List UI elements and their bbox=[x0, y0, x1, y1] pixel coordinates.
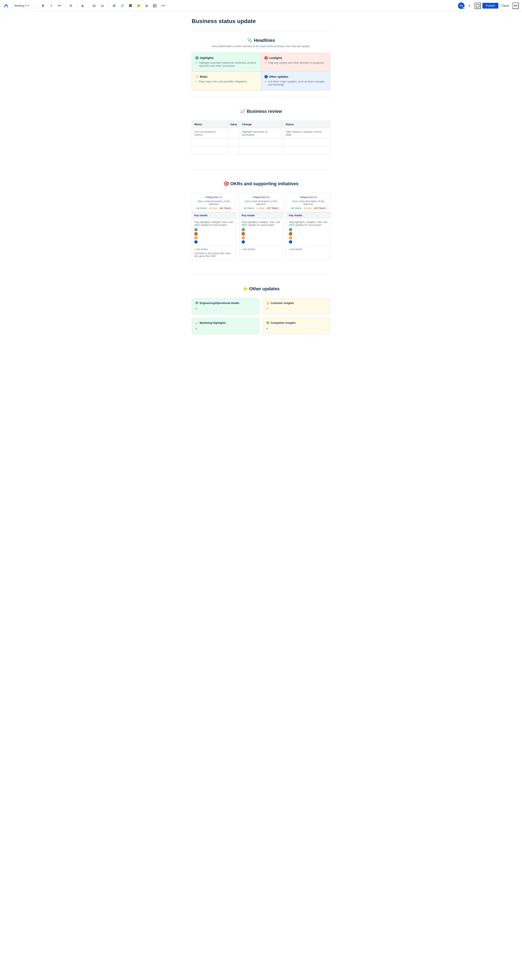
risks-title: ⚠ Risks bbox=[195, 75, 257, 78]
highlights-label: Highlights bbox=[200, 56, 214, 60]
okrs-title: OKRs and supporting initiatives bbox=[230, 181, 298, 186]
okr-grid: <Objective 1> Give a brief description o… bbox=[192, 193, 330, 260]
other-updates-emoji: ⭐ bbox=[243, 286, 248, 291]
table-button[interactable] bbox=[151, 2, 158, 9]
svg-rect-21 bbox=[476, 5, 478, 5]
highlights-title: ✓ Highlights bbox=[195, 56, 257, 60]
page-title: Business status update bbox=[192, 18, 330, 24]
align-button[interactable] bbox=[68, 2, 74, 9]
emoji-button[interactable]: 😊 bbox=[135, 2, 142, 9]
bold-button[interactable]: B bbox=[40, 2, 46, 9]
numbered-list-button[interactable]: 1.2.3. bbox=[99, 2, 106, 9]
link-button[interactable]: 🔗 bbox=[119, 2, 125, 9]
jira-text-1: Add links to Jira tickets with more info… bbox=[194, 252, 233, 258]
okr-body-1: Flag highlights, lowlights, risks, and o… bbox=[192, 219, 235, 246]
heading-dropdown[interactable]: Heading 2 ▼ bbox=[12, 3, 35, 8]
lowlights-list: Flag any misses and other blockers to pr… bbox=[265, 61, 327, 64]
competitor-title: 🌿 Competitor insights bbox=[266, 321, 327, 325]
status-row: ✓ bbox=[289, 228, 328, 231]
col-change: Change bbox=[240, 121, 283, 128]
chevron-down-icon: ▼ bbox=[27, 5, 29, 7]
badge-off-track: OFF TRACK bbox=[267, 207, 279, 210]
objective-1-badges: ON TRACK / AT RISK / OFF TRACK bbox=[194, 207, 233, 210]
lowlights-title: ✕ Lowlights bbox=[265, 56, 327, 60]
okrs-section: 🎯 OKRs and supporting initiatives <Objec… bbox=[192, 181, 330, 260]
svg-point-6 bbox=[93, 5, 94, 6]
page-content: Business status update 📎 Headlines Give … bbox=[184, 11, 338, 351]
badge-off-track: OFF TRACK bbox=[219, 207, 231, 210]
objective-2-desc: Give a brief description of this objecti… bbox=[242, 200, 280, 206]
publish-button[interactable]: Publish bbox=[482, 3, 498, 9]
other-updates-icon: i bbox=[265, 75, 268, 78]
chevron-icon: ▾ bbox=[194, 248, 195, 250]
objective-2-badges: ON TRACK / AT RISK / OFF TRACK bbox=[242, 207, 280, 210]
svg-rect-20 bbox=[476, 4, 479, 7]
add-user-button[interactable]: + bbox=[466, 2, 473, 9]
cell-change bbox=[240, 138, 283, 147]
marketing-list bbox=[195, 327, 256, 331]
status-dot-yellow: ⚠ bbox=[289, 236, 292, 240]
status-dot-red: ✕ bbox=[194, 232, 198, 235]
svg-rect-22 bbox=[478, 5, 479, 5]
user-avatar[interactable]: CK bbox=[458, 2, 465, 9]
svg-rect-16 bbox=[153, 4, 156, 7]
status-dot-green: ✓ bbox=[242, 228, 245, 231]
objective-3-badges: ON TRACK / AT RISK / OFF TRACK bbox=[289, 207, 328, 210]
heading-label: Heading 2 bbox=[14, 4, 26, 7]
other-updates-title: Other updates bbox=[249, 286, 279, 291]
template-button[interactable] bbox=[474, 2, 481, 9]
jira-header-1[interactable]: ▾ Jira tickets bbox=[194, 248, 233, 251]
svg-point-4 bbox=[93, 5, 94, 5]
okr-header-3: <Objective 3> Give a brief description o… bbox=[287, 193, 330, 212]
key-results-label-2: Key results bbox=[239, 212, 283, 219]
business-review-heading: 📈 Business review bbox=[192, 109, 330, 114]
competitor-label: Competitor insights bbox=[271, 321, 296, 325]
jira-label-3: Jira tickets bbox=[291, 248, 302, 251]
jira-header-3[interactable]: ▾ Jira tickets bbox=[289, 248, 328, 251]
business-review-section: 📈 Business review Metric Value Change St… bbox=[192, 109, 330, 155]
task-button[interactable]: ☑ bbox=[111, 2, 117, 9]
status-row: i bbox=[194, 240, 233, 243]
italic-button[interactable]: I bbox=[48, 2, 54, 9]
competitor-list bbox=[266, 327, 327, 331]
svg-point-8 bbox=[93, 6, 94, 7]
insert-button[interactable]: + ▾ bbox=[160, 2, 166, 9]
badge-on-track: ON TRACK bbox=[291, 207, 301, 210]
text-color-button[interactable]: A bbox=[79, 2, 86, 9]
jira-header-2[interactable]: ▾ Jira tickets bbox=[242, 248, 280, 251]
more-options-button[interactable]: ••• bbox=[512, 2, 519, 9]
cell-change: Highlight increases or decreases. bbox=[240, 128, 283, 138]
okr-card-1: <Objective 1> Give a brief description o… bbox=[192, 193, 236, 260]
mention-button[interactable]: @ bbox=[143, 2, 150, 9]
objective-3-title: <Objective 3> bbox=[289, 196, 328, 199]
okr-body-text-2: Flag highlights, lowlights, risks, and o… bbox=[242, 221, 280, 226]
toolbar: Heading 2 ▼ B I ••• A 1.2.3. ☑ 🔗 🖼 😊 @ +… bbox=[0, 0, 522, 11]
bullet-list-button[interactable] bbox=[91, 2, 97, 9]
customer-label: Customer insights bbox=[271, 302, 294, 305]
table-row bbox=[192, 147, 330, 155]
headlines-heading: 📎 Headlines bbox=[192, 38, 330, 43]
objective-1-title: <Objective 1> bbox=[194, 196, 233, 199]
status-dot-red: ✕ bbox=[242, 232, 245, 235]
list-item: Flag major risks and possible mitigation… bbox=[199, 80, 257, 83]
toolbar-right: CK + Publish Close ••• bbox=[458, 2, 519, 9]
jira-label-1: Jira tickets bbox=[196, 248, 208, 251]
image-button[interactable]: 🖼 bbox=[127, 2, 133, 9]
table-header-row: Metric Value Change Status bbox=[192, 121, 330, 128]
logo-icon[interactable] bbox=[3, 3, 9, 9]
badge-at-risk: AT RISK bbox=[209, 207, 217, 210]
headlines-section: 📎 Headlines Give stakeholders a brief ov… bbox=[192, 38, 330, 91]
status-dot-blue: i bbox=[194, 240, 198, 243]
close-button[interactable]: Close bbox=[500, 3, 511, 9]
list-item bbox=[199, 307, 256, 311]
status-row: i bbox=[242, 240, 280, 243]
status-dot-blue: i bbox=[289, 240, 292, 243]
cell-metric bbox=[192, 138, 228, 147]
cell-value bbox=[228, 147, 240, 155]
engineering-title: 💚 Engineering/Operational Health bbox=[195, 302, 256, 305]
more-formatting-button[interactable]: ••• bbox=[56, 2, 63, 9]
toolbar-divider-2 bbox=[65, 3, 65, 8]
table-row: List core business metrics. Highlight in… bbox=[192, 128, 330, 138]
okr-card-2: <Objective 2> Give a brief description o… bbox=[239, 193, 283, 260]
customer-emoji: 💡 bbox=[266, 302, 269, 305]
